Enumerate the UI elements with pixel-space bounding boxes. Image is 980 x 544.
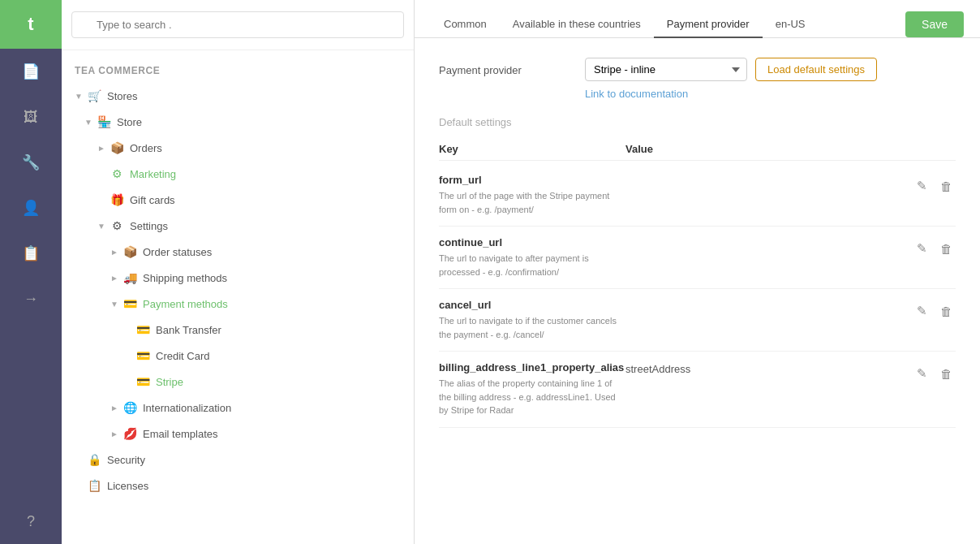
tree-nav: Tea Commerce ▼ 🛒 Stores ▼ 🏪 Store ► 📦 Or… (62, 50, 414, 544)
sidebar-item-store[interactable]: ▼ 🏪 Store (62, 109, 414, 135)
provider-select[interactable]: Stripe - inline Stripe - hosted PayPal M… (585, 58, 747, 81)
key-col: cancel_url The url to navigate to if the… (439, 299, 625, 341)
value-col (625, 174, 913, 175)
nav-settings[interactable]: 🔧 (0, 140, 62, 185)
edit-button[interactable]: ✎ (913, 300, 931, 322)
key-name: form_url (439, 174, 625, 186)
sidebar-item-order-statuses[interactable]: ► 📦 Order statuses (62, 239, 414, 265)
sidebar-item-email-templates[interactable]: ► 💋 Email templates (62, 421, 414, 447)
email-templates-icon: 💋 (122, 425, 138, 442)
security-icon: 🔒 (86, 451, 102, 468)
edit-button[interactable]: ✎ (913, 363, 931, 384)
shipping-icon: 🚚 (122, 270, 138, 286)
stores-icon: 🛒 (86, 88, 102, 104)
key-desc: The url of the page with the Stripe paym… (439, 189, 625, 216)
icon-bar: t 📄 🖼 🔧 👤 📋 → ? (0, 0, 62, 544)
chevron-right-icon: ► (97, 144, 109, 153)
sidebar-item-label: Marketing (130, 168, 401, 180)
sidebar-item-bank-transfer[interactable]: 💳 Bank Transfer (62, 317, 414, 343)
sidebar-item-settings[interactable]: ▼ ⚙ Settings (62, 213, 414, 239)
sidebar-item-label: Settings (130, 220, 401, 232)
list-icon: 📋 (22, 244, 40, 262)
default-settings-heading: Default settings (439, 116, 956, 128)
load-defaults-button[interactable]: Load default settings (755, 58, 877, 81)
tree-root-label: Tea Commerce (62, 58, 414, 83)
sidebar-item-shipping-methods[interactable]: ► 🚚 Shipping methods (62, 265, 414, 291)
key-col: billing_address_line1_property_alias The… (439, 361, 625, 417)
value-col: streetAddress (625, 361, 913, 375)
sidebar-item-gift-cards[interactable]: 🎁 Gift cards (62, 187, 414, 213)
table-row: billing_address_line1_property_alias The… (439, 352, 956, 428)
content-area: Payment provider Stripe - inline Stripe … (415, 38, 980, 544)
image-icon: 🖼 (24, 109, 38, 126)
arrow-icon: → (24, 291, 38, 308)
edit-button[interactable]: ✎ (913, 175, 931, 196)
nav-list[interactable]: 📋 (0, 231, 62, 276)
sidebar-item-label: Order statuses (143, 246, 401, 258)
key-name: billing_address_line1_property_alias (439, 361, 625, 373)
settings-icon: ⚙ (109, 218, 125, 234)
doc-link[interactable]: Link to documentation (585, 88, 877, 100)
chevron-right-icon: ► (110, 430, 122, 438)
sidebar-item-payment-methods[interactable]: ▼ 💳 Payment methods (62, 291, 414, 317)
internationalization-icon: 🌐 (122, 399, 138, 416)
sidebar-item-licenses[interactable]: 📋 Licenses (62, 473, 414, 499)
delete-button[interactable]: 🗑 (937, 239, 956, 259)
tab-payment-provider[interactable]: Payment provider (654, 11, 763, 38)
sidebar-item-marketing[interactable]: ⚙ Marketing (62, 161, 414, 187)
provider-label: Payment provider (439, 58, 585, 76)
delete-button[interactable]: 🗑 (937, 176, 956, 196)
sidebar-item-label: Payment methods (143, 298, 401, 310)
tab-available-countries[interactable]: Available in these countries (500, 11, 654, 38)
sidebar-item-stores[interactable]: ▼ 🛒 Stores (62, 83, 414, 109)
marketing-icon: ⚙ (109, 166, 125, 182)
sidebar-item-orders[interactable]: ► 📦 Orders (62, 135, 414, 161)
delete-button[interactable]: 🗑 (937, 301, 956, 322)
wrench-icon: 🔧 (22, 153, 40, 171)
nav-document[interactable]: 📄 (0, 49, 62, 94)
credit-card-icon: 💳 (135, 348, 151, 364)
save-button[interactable]: Save (905, 11, 964, 37)
chevron-down-icon: ▼ (97, 222, 109, 231)
stripe-icon: 💳 (135, 373, 151, 390)
row-actions: ✎ 🗑 (913, 174, 956, 196)
app-logo[interactable]: t (0, 0, 62, 49)
bank-transfer-icon: 💳 (135, 322, 151, 338)
edit-button[interactable]: ✎ (913, 238, 931, 259)
tab-en-us[interactable]: en-US (763, 11, 819, 38)
document-icon: 📄 (22, 63, 40, 80)
delete-button[interactable]: 🗑 (937, 364, 956, 384)
sidebar-item-internationalization[interactable]: ► 🌐 Internationalization (62, 395, 414, 421)
sidebar-item-label: Stripe (156, 376, 401, 388)
provider-controls: Stripe - inline Stripe - hosted PayPal M… (585, 58, 877, 100)
nav-help[interactable]: ? (0, 499, 62, 544)
key-name: continue_url (439, 236, 625, 248)
provider-row: Payment provider Stripe - inline Stripe … (439, 58, 956, 100)
sidebar-item-label: Orders (130, 142, 401, 154)
gift-cards-icon: 🎁 (109, 192, 125, 208)
sidebar-item-security[interactable]: 🔒 Security (62, 447, 414, 473)
search-input[interactable] (71, 11, 404, 38)
tab-common[interactable]: Common (431, 11, 500, 38)
search-bar: 🔍 (62, 0, 414, 50)
chevron-right-icon: ► (110, 274, 122, 283)
sidebar-item-label: Shipping methods (143, 272, 401, 284)
sidebar-item-credit-card[interactable]: 💳 Credit Card (62, 343, 414, 369)
sidebar-item-stripe[interactable]: 💳 Stripe (62, 369, 414, 395)
store-icon: 🏪 (96, 114, 112, 130)
kv-table: Key Value form_url The url of the page w… (439, 138, 956, 428)
table-row: continue_url The url to navigate to afte… (439, 227, 956, 289)
nav-arrow[interactable]: → (0, 276, 62, 322)
sidebar-item-label: Store (117, 116, 401, 128)
chevron-down-icon: ▼ (75, 92, 86, 101)
nav-user[interactable]: 👤 (0, 185, 62, 231)
key-name: cancel_url (439, 299, 625, 311)
key-desc: The url to navigate to after payment is … (439, 252, 625, 278)
chevron-down-icon: ▼ (84, 118, 96, 127)
nav-image[interactable]: 🖼 (0, 94, 62, 140)
key-desc: The alias of the property containing lin… (439, 377, 625, 417)
order-statuses-icon: 📦 (122, 244, 138, 260)
sidebar-item-label: Internationalization (143, 402, 401, 414)
row-actions: ✎ 🗑 (913, 361, 956, 384)
tabs-bar: Common Available in these countries Paym… (415, 0, 980, 38)
